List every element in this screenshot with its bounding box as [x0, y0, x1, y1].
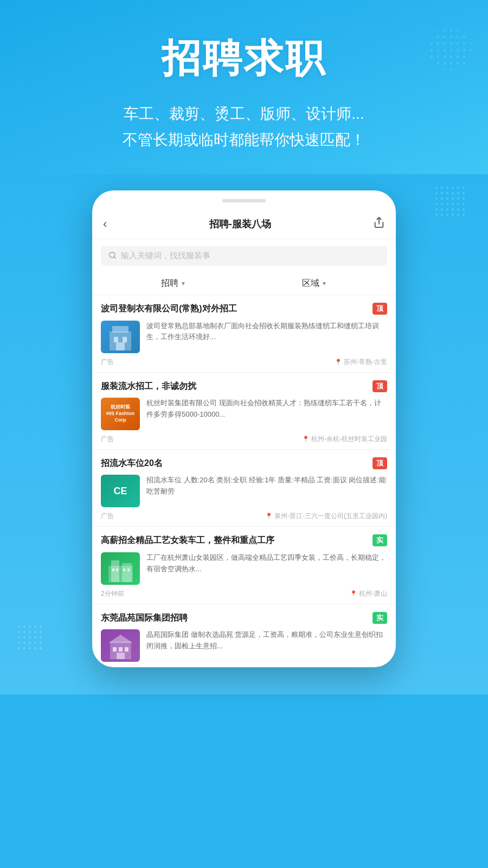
- chevron-down-icon: ▼: [322, 280, 327, 286]
- badge-top: 顶: [373, 303, 387, 315]
- job-desc: 波司登常熟总部基地制衣厂面向社会招收长期服装熟练缝纫工和缝纫工培训生，工作生活环…: [146, 321, 387, 353]
- job-item[interactable]: 波司登制衣有限公司(常熟)对外招工 顶: [92, 295, 396, 372]
- svg-rect-6: [123, 337, 127, 342]
- phone-mockup: ‹ 招聘-服装八场 输入关键词，找找服装事: [92, 190, 396, 667]
- job-image: [101, 629, 140, 662]
- job-item-header: 高薪招全精品工艺女装车工，整件和重点工序 实: [101, 534, 387, 546]
- job-item[interactable]: 高薪招全精品工艺女装车工，整件和重点工序 实: [92, 527, 396, 604]
- location-icon: 📍: [335, 359, 342, 366]
- filter-tab-recruit[interactable]: 招聘 ▼: [103, 272, 244, 295]
- hero-section: 招聘求职 车工、裁剪、烫工、版师、设计师... 不管长期或临时都能帮你快速匹配！: [0, 0, 488, 174]
- job-tag: 广告: [101, 512, 114, 521]
- job-footer: 广告 📍 苏州-常熟-古里: [101, 358, 387, 367]
- job-item[interactable]: 东莞晶苑国际集团招聘 实: [92, 604, 396, 667]
- job-item-header: 波司登制衣有限公司(常熟)对外招工 顶: [101, 303, 387, 315]
- badge-real: 实: [373, 612, 387, 624]
- svg-rect-4: [112, 326, 129, 333]
- job-image: 杭丝时装HIS Fashion Corp: [101, 398, 140, 430]
- location-icon: 📍: [302, 436, 310, 443]
- job-desc: 工厂在杭州萧山女装园区，做高端全精品工艺四季女装，工价高，长期稳定，有宿舍空调热…: [146, 552, 387, 585]
- svg-rect-7: [116, 342, 125, 350]
- job-title: 招流水车位20名: [101, 457, 368, 469]
- phone-notch: [222, 199, 266, 202]
- search-bar[interactable]: 输入关键词，找找服装事: [101, 246, 387, 266]
- chevron-down-icon: ▼: [181, 280, 186, 286]
- job-title: 高薪招全精品工艺女装车工，整件和重点工序: [101, 534, 368, 546]
- svg-rect-13: [123, 569, 125, 571]
- app-title: 招聘-服装八场: [209, 218, 271, 231]
- job-desc: 杭丝时装集团有限公司 现面向社会招收精英人才：熟练缝纫车工若干名，计件多劳多得5…: [146, 398, 387, 430]
- svg-rect-12: [116, 569, 118, 571]
- back-button[interactable]: ‹: [103, 217, 107, 231]
- svg-rect-5: [114, 337, 118, 342]
- job-item-header: 服装流水招工，非诚勿扰 顶: [101, 380, 387, 392]
- badge-top: 顶: [373, 380, 387, 392]
- hero-title: 招聘求职: [22, 33, 466, 85]
- job-list: 波司登制衣有限公司(常熟)对外招工 顶: [92, 295, 396, 667]
- job-tag: 广告: [101, 435, 114, 444]
- job-location: 📍 泉州-晋江-三六一度公司(五里工业园内): [265, 512, 387, 521]
- filter-tabs: 招聘 ▼ 区域 ▼: [92, 272, 396, 295]
- svg-marker-16: [108, 635, 133, 643]
- job-image: [101, 321, 140, 353]
- job-location: 📍 杭州-萧山: [350, 589, 387, 598]
- job-location: 📍 杭州-余杭-杭丝时装工业园: [302, 435, 387, 444]
- job-content: 波司登常熟总部基地制衣厂面向社会招收长期服装熟练缝纫工和缝纫工培训生，工作生活环…: [101, 321, 387, 353]
- job-content: 晶苑国际集团 做制衣选晶苑 货源足，工资高，粮期准，公司东业生意创织扣闭润推，固…: [101, 629, 387, 662]
- svg-rect-20: [117, 653, 125, 659]
- phone-section: ‹ 招聘-服装八场 输入关键词，找找服装事: [0, 174, 488, 694]
- svg-rect-17: [113, 647, 117, 652]
- job-image: [101, 552, 140, 585]
- job-item-header: 东莞晶苑国际集团招聘 实: [101, 612, 387, 624]
- location-icon: 📍: [350, 590, 357, 597]
- svg-line-2: [114, 257, 115, 258]
- job-location: 📍 苏州-常熟-古里: [335, 358, 387, 367]
- job-desc: 招流水车位 人数:20名 类别:全职 经验:1年 质量:半精品 工资:面议 岗位…: [146, 475, 387, 507]
- svg-rect-18: [119, 647, 123, 652]
- badge-real: 实: [373, 534, 387, 546]
- location-icon: 📍: [265, 513, 273, 520]
- app-header: ‹ 招聘-服装八场: [92, 211, 396, 239]
- job-footer: 2分钟前 📍 杭州-萧山: [101, 589, 387, 598]
- svg-rect-19: [125, 647, 129, 652]
- search-placeholder: 输入关键词，找找服装事: [121, 251, 210, 261]
- job-image: CE: [101, 475, 140, 507]
- job-content: 工厂在杭州萧山女装园区，做高端全精品工艺四季女装，工价高，长期稳定，有宿舍空调热…: [101, 552, 387, 585]
- job-item[interactable]: 招流水车位20名 顶 CE 招流水车位 人数:20名 类别:全职 经验:1年 质…: [92, 450, 396, 527]
- svg-rect-10: [122, 563, 132, 582]
- job-item-header: 招流水车位20名 顶: [101, 457, 387, 469]
- job-content: 杭丝时装HIS Fashion Corp 杭丝时装集团有限公司 现面向社会招收精…: [101, 398, 387, 430]
- job-title: 波司登制衣有限公司(常熟)对外招工: [101, 303, 368, 315]
- search-icon: [108, 251, 117, 261]
- job-footer: 广告 📍 泉州-晋江-三六一度公司(五里工业园内): [101, 512, 387, 521]
- job-desc: 晶苑国际集团 做制衣选晶苑 货源足，工资高，粮期准，公司东业生意创织扣闭润推，固…: [146, 629, 387, 662]
- job-tag: 广告: [101, 358, 114, 367]
- job-tag: 2分钟前: [101, 589, 124, 598]
- share-button[interactable]: [373, 216, 385, 231]
- job-footer: 广告 📍 杭州-余杭-杭丝时装工业园: [101, 435, 387, 444]
- badge-top: 顶: [373, 457, 387, 469]
- job-title: 服装流水招工，非诚勿扰: [101, 380, 368, 392]
- svg-rect-14: [127, 569, 130, 571]
- filter-tab-area[interactable]: 区域 ▼: [244, 272, 385, 295]
- job-title: 东莞晶苑国际集团招聘: [101, 612, 368, 624]
- hero-subtitle: 车工、裁剪、烫工、版师、设计师... 不管长期或临时都能帮你快速匹配！: [22, 101, 466, 152]
- job-item[interactable]: 服装流水招工，非诚勿扰 顶 杭丝时装HIS Fashion Corp 杭丝时装集…: [92, 373, 396, 450]
- company-initials: CE: [113, 486, 127, 497]
- job-content: CE 招流水车位 人数:20名 类别:全职 经验:1年 质量:半精品 工资:面议…: [101, 475, 387, 507]
- svg-rect-11: [112, 569, 114, 571]
